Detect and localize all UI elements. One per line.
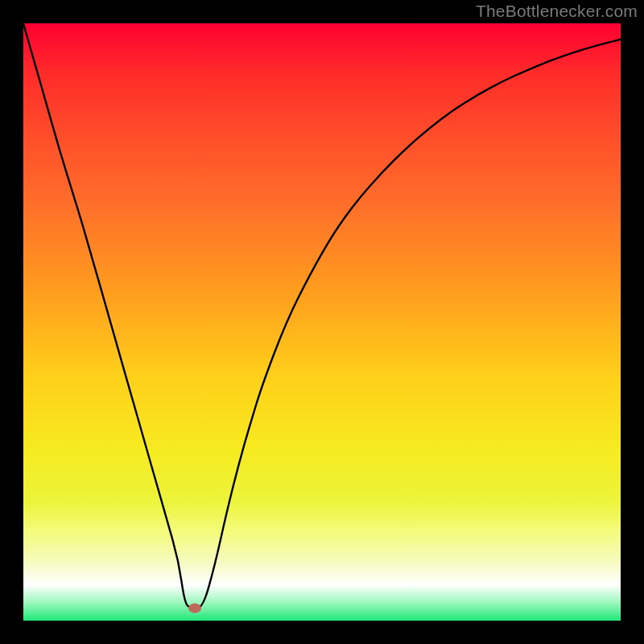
watermark-label: TheBottlenecker.com <box>476 2 638 21</box>
optimal-point-marker <box>188 603 201 613</box>
bottleneck-curve <box>23 23 621 621</box>
plot-area <box>23 23 621 621</box>
chart-frame: TheBottlenecker.com <box>0 0 644 644</box>
